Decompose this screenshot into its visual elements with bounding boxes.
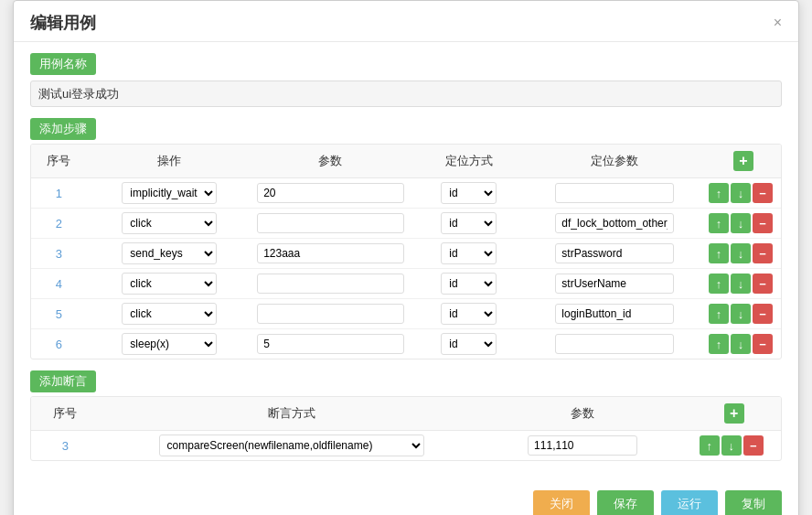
step-row: 4implicitly_waitclicksend_keyssleep(x)op… — [31, 269, 781, 299]
step-locate-select[interactable]: idxpathnamecss — [441, 182, 497, 204]
run-button[interactable]: 运行 — [661, 490, 718, 515]
step-row: 1implicitly_waitclicksend_keyssleep(x)op… — [31, 178, 781, 209]
assertion-header: 添加断言 — [30, 370, 782, 392]
step-param-input[interactable] — [257, 243, 404, 263]
step-locate-cell: idxpathnamecss — [409, 178, 529, 209]
col-header-action: 操作 — [87, 145, 253, 178]
step-row: 6implicitly_waitclicksend_keyssleep(x)op… — [31, 329, 781, 359]
step-ops-cell: ↑↓− — [700, 299, 781, 329]
step-locparam-input[interactable] — [555, 334, 674, 354]
step-delete-button[interactable]: − — [753, 304, 773, 324]
step-action-select[interactable]: implicitly_waitclicksend_keyssleep(x)ope… — [122, 333, 217, 355]
step-locparam-input[interactable] — [555, 213, 674, 233]
assertion-delete-button[interactable]: − — [743, 435, 764, 456]
step-down-button[interactable]: ↓ — [731, 304, 751, 324]
use-case-name-input[interactable] — [30, 80, 782, 107]
step-locparam-cell — [529, 299, 700, 329]
step-action-cell: implicitly_waitclicksend_keyssleep(x)ope… — [87, 209, 253, 239]
step-locate-cell: idxpathnamecss — [409, 239, 529, 269]
step-delete-button[interactable]: − — [753, 183, 773, 203]
step-action-select[interactable]: implicitly_waitclicksend_keyssleep(x)ope… — [122, 303, 217, 325]
step-param-cell — [252, 239, 409, 269]
close-button[interactable]: 关闭 — [533, 490, 590, 515]
step-locate-select[interactable]: idxpathnamecss — [441, 273, 497, 295]
col-header-ops: + — [700, 145, 781, 178]
step-delete-button[interactable]: − — [753, 274, 773, 294]
footer-buttons: 关闭 保存 运行 复制 — [14, 481, 798, 515]
step-action-select[interactable]: implicitly_waitclicksend_keyssleep(x)ope… — [122, 242, 217, 264]
add-step-button[interactable]: + — [733, 151, 753, 171]
assertion-param-cell — [484, 431, 682, 461]
step-locparam-cell — [529, 239, 700, 269]
step-param-cell — [252, 269, 409, 299]
step-param-cell — [252, 209, 409, 239]
save-button[interactable]: 保存 — [597, 490, 654, 515]
add-assertion-button[interactable]: + — [724, 403, 744, 424]
step-action-cell: implicitly_waitclicksend_keyssleep(x)ope… — [87, 329, 253, 359]
step-locparam-input[interactable] — [555, 183, 674, 203]
use-case-label: 用例名称 — [30, 53, 96, 75]
step-down-button[interactable]: ↓ — [731, 213, 751, 233]
step-locparam-input[interactable] — [555, 304, 674, 324]
step-param-input[interactable] — [257, 334, 404, 354]
step-param-input[interactable] — [257, 304, 404, 324]
step-up-button[interactable]: ↑ — [709, 274, 729, 294]
step-down-button[interactable]: ↓ — [731, 274, 751, 294]
step-seq: 1 — [31, 178, 87, 209]
assertion-up-button[interactable]: ↑ — [700, 435, 720, 456]
steps-table: 序号 操作 参数 定位方式 定位参数 + 1implicitly_waitcli… — [31, 145, 781, 359]
assertion-col-header-params: 参数 — [484, 397, 682, 431]
steps-tbody: 1implicitly_waitclicksend_keyssleep(x)op… — [31, 178, 781, 359]
step-param-cell — [252, 329, 409, 359]
step-locate-select[interactable]: idxpathnamecss — [441, 212, 497, 234]
step-locparam-cell — [529, 178, 700, 209]
step-down-button[interactable]: ↓ — [731, 334, 751, 354]
step-action-cell: implicitly_waitclicksend_keyssleep(x)ope… — [87, 299, 253, 329]
copy-button[interactable]: 复制 — [725, 490, 782, 515]
step-row: 5implicitly_waitclicksend_keyssleep(x)op… — [31, 299, 781, 329]
step-up-button[interactable]: ↑ — [709, 213, 729, 233]
step-delete-button[interactable]: − — [753, 243, 773, 263]
step-seq: 6 — [31, 329, 87, 359]
step-locparam-input[interactable] — [555, 274, 674, 294]
assertion-col-header-ops: + — [682, 397, 781, 431]
col-header-seqno: 序号 — [31, 145, 87, 178]
assertion-table: 序号 断言方式 参数 + 3compareScreen(newfilename,… — [31, 397, 781, 460]
step-delete-button[interactable]: − — [753, 213, 773, 233]
step-down-button[interactable]: ↓ — [731, 183, 751, 203]
step-row: 2implicitly_waitclicksend_keyssleep(x)op… — [31, 209, 781, 239]
step-locate-select[interactable]: idxpathnamecss — [441, 333, 497, 355]
step-seq: 4 — [31, 269, 87, 299]
step-param-input[interactable] — [257, 213, 404, 233]
step-action-select[interactable]: implicitly_waitclicksend_keyssleep(x)ope… — [122, 273, 217, 295]
step-param-input[interactable] — [257, 274, 404, 294]
step-delete-button[interactable]: − — [753, 334, 773, 354]
step-param-cell — [252, 299, 409, 329]
step-locparam-cell — [529, 209, 700, 239]
close-icon[interactable]: × — [774, 16, 782, 30]
step-up-button[interactable]: ↑ — [709, 334, 729, 354]
step-ops-cell: ↑↓− — [700, 178, 781, 209]
assertion-section: 添加断言 序号 断言方式 参数 + 3c — [30, 370, 782, 461]
assertion-down-button[interactable]: ↓ — [721, 435, 742, 456]
step-up-button[interactable]: ↑ — [709, 304, 729, 324]
step-locparam-cell — [529, 269, 700, 299]
step-action-cell: implicitly_waitclicksend_keyssleep(x)ope… — [87, 178, 253, 209]
assertion-label: 添加断言 — [30, 370, 96, 392]
step-locate-select[interactable]: idxpathnamecss — [441, 303, 497, 325]
steps-section: 添加步骤 序号 操作 参数 定位方式 定位参数 + — [30, 118, 782, 359]
step-up-button[interactable]: ↑ — [709, 183, 729, 203]
assertion-method-select[interactable]: compareScreen(newfilename,oldfilename)as… — [159, 435, 424, 456]
use-case-name-section: 用例名称 — [30, 53, 782, 118]
step-seq: 5 — [31, 299, 87, 329]
step-action-select[interactable]: implicitly_waitclicksend_keyssleep(x)ope… — [122, 182, 217, 204]
step-locparam-input[interactable] — [555, 243, 674, 263]
step-locate-select[interactable]: idxpathnamecss — [441, 242, 497, 264]
assertion-param-input[interactable] — [528, 435, 637, 456]
edit-modal: 编辑用例 × 用例名称 添加步骤 序号 操作 参数 定位方式 — [13, 0, 799, 515]
step-locparam-cell — [529, 329, 700, 359]
step-down-button[interactable]: ↓ — [731, 243, 751, 263]
step-param-input[interactable] — [257, 183, 404, 203]
step-up-button[interactable]: ↑ — [709, 243, 729, 263]
step-action-select[interactable]: implicitly_waitclicksend_keyssleep(x)ope… — [122, 212, 217, 234]
